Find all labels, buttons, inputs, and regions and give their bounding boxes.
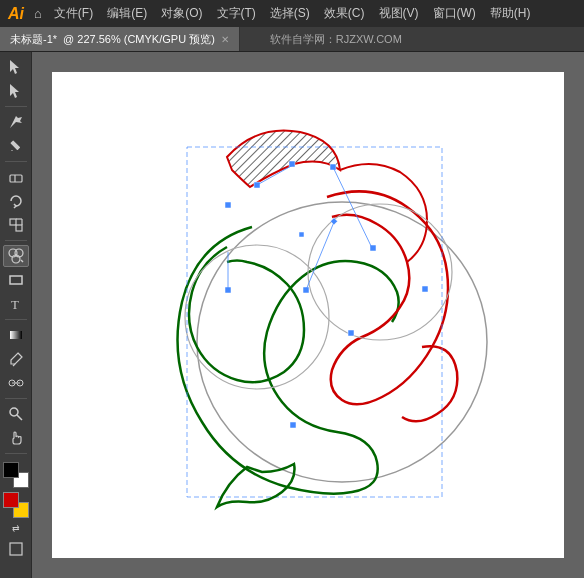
rotate-tool[interactable] (3, 190, 29, 212)
svg-marker-1 (10, 84, 19, 98)
drawing-canvas[interactable] (32, 52, 584, 578)
svg-point-21 (10, 408, 18, 416)
menu-view[interactable]: 视图(V) (373, 3, 425, 24)
ai-logo: Ai (8, 5, 24, 23)
menu-help[interactable]: 帮助(H) (484, 3, 537, 24)
fill-stroke-indicator[interactable] (3, 492, 29, 518)
tab-subtitle: @ 227.56% (CMYK/GPU 预览) (63, 32, 215, 47)
selection-tool[interactable] (3, 56, 29, 78)
svg-rect-14 (10, 276, 22, 284)
color-mode-icons: ⇄ (10, 522, 22, 534)
anchor-8[interactable] (422, 286, 428, 292)
tool-separator-1 (5, 106, 27, 107)
menu-window[interactable]: 窗口(W) (427, 3, 482, 24)
anchor-1[interactable] (289, 161, 295, 167)
fill-color-box[interactable] (3, 492, 19, 508)
hand-tool[interactable] (3, 427, 29, 449)
pen-tool[interactable] (3, 111, 29, 133)
zoom-tool[interactable] (3, 403, 29, 425)
menu-select[interactable]: 选择(S) (264, 3, 316, 24)
svg-line-13 (21, 260, 23, 262)
canvas-area[interactable] (32, 52, 584, 578)
main-layout: T (0, 52, 584, 578)
svg-marker-3 (11, 150, 13, 151)
anchor-4[interactable] (225, 202, 231, 208)
tab-right-info: 软件自学网：RJZXW.COM (260, 27, 412, 51)
shape-builder-tool[interactable] (3, 245, 29, 267)
tool-separator-3 (5, 240, 27, 241)
svg-rect-7 (16, 225, 22, 231)
tab-bar: 未标题-1* @ 227.56% (CMYK/GPU 预览) ✕ 软件自学网：R… (0, 27, 584, 52)
eraser-tool[interactable] (3, 166, 29, 188)
svg-line-22 (17, 415, 22, 420)
svg-rect-2 (10, 140, 20, 150)
tab-label: 未标题-1* (10, 32, 57, 47)
anchor-center[interactable] (348, 330, 354, 336)
swap-colors-icon[interactable]: ⇄ (10, 522, 22, 534)
toolbar: T (0, 52, 32, 578)
tool-separator-5 (5, 398, 27, 399)
svg-marker-0 (10, 60, 19, 74)
direct-selection-tool[interactable] (3, 80, 29, 102)
handle-2 (299, 232, 304, 237)
tab-close-button[interactable]: ✕ (221, 34, 229, 45)
view-mode-icons (3, 538, 29, 560)
pencil-tool[interactable] (3, 135, 29, 157)
eyedropper-tool[interactable] (3, 348, 29, 370)
svg-rect-6 (10, 219, 16, 225)
anchor-9[interactable] (290, 422, 296, 428)
tool-separator-4 (5, 319, 27, 320)
menu-type[interactable]: 文字(T) (211, 3, 262, 24)
tab-document[interactable]: 未标题-1* @ 227.56% (CMYK/GPU 预览) ✕ (0, 27, 240, 51)
normal-screen-mode[interactable] (3, 538, 29, 560)
svg-rect-23 (10, 543, 22, 555)
menu-file[interactable]: 文件(F) (48, 3, 99, 24)
menu-bar: 文件(F) 编辑(E) 对象(O) 文字(T) 选择(S) 效果(C) 视图(V… (48, 3, 537, 24)
scale-tool[interactable] (3, 214, 29, 236)
type-tool[interactable]: T (3, 293, 29, 315)
color-swatches[interactable] (3, 462, 29, 488)
blend-tool[interactable] (3, 372, 29, 394)
svg-rect-4 (10, 175, 22, 182)
rectangle-tool[interactable] (3, 269, 29, 291)
menu-effect[interactable]: 效果(C) (318, 3, 371, 24)
svg-text:T: T (11, 297, 19, 312)
tool-separator-2 (5, 161, 27, 162)
foreground-color-swatch[interactable] (3, 462, 19, 478)
svg-rect-16 (10, 331, 22, 339)
gradient-tool[interactable] (3, 324, 29, 346)
title-bar: Ai ⌂ 文件(F) 编辑(E) 对象(O) 文字(T) 选择(S) 效果(C)… (0, 0, 584, 27)
menu-edit[interactable]: 编辑(E) (101, 3, 153, 24)
home-icon[interactable]: ⌂ (34, 6, 42, 21)
tool-separator-6 (5, 453, 27, 454)
menu-object[interactable]: 对象(O) (155, 3, 208, 24)
